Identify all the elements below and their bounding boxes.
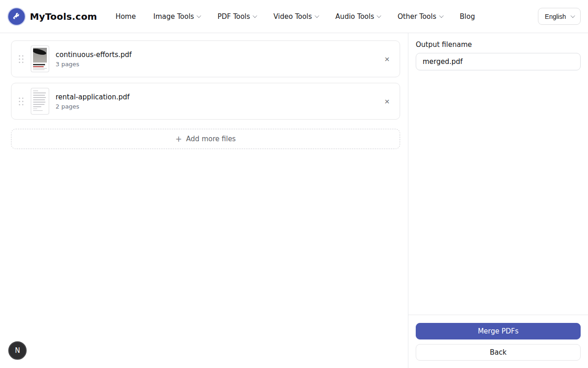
chevron-down-icon	[315, 13, 319, 18]
add-more-files-label: Add more files	[186, 135, 236, 143]
nav-item-other-tools[interactable]: Other Tools	[397, 12, 442, 21]
remove-file-button[interactable]: ×	[383, 53, 391, 65]
user-avatar[interactable]: N	[8, 341, 27, 360]
file-name: rental-application.pdf	[56, 93, 130, 101]
file-row: continuous-efforts.pdf 3 pages ×	[11, 40, 400, 77]
nav-item-audio-tools[interactable]: Audio Tools	[335, 12, 380, 21]
back-button[interactable]: Back	[416, 344, 581, 361]
file-page-count: 3 pages	[56, 61, 132, 68]
brand-name: MyTools.com	[30, 11, 97, 22]
remove-file-button[interactable]: ×	[383, 95, 391, 108]
brand-logo[interactable]: MyTools.com	[7, 7, 97, 26]
file-page-count: 2 pages	[56, 103, 130, 110]
plus-icon: +	[175, 134, 182, 144]
output-filename-input[interactable]	[416, 53, 581, 70]
nav-item-home[interactable]: Home	[115, 12, 136, 21]
nav-item-image-tools[interactable]: Image Tools	[153, 12, 200, 21]
output-filename-label: Output filename	[416, 40, 581, 49]
panel-spacer	[416, 70, 581, 315]
main-nav: Home Image Tools PDF Tools Video Tools A…	[115, 12, 475, 21]
chevron-down-icon	[253, 13, 257, 18]
chevron-down-icon	[197, 13, 201, 18]
chevron-down-icon	[377, 13, 381, 18]
file-list-panel: continuous-efforts.pdf 3 pages × rental-…	[0, 33, 408, 368]
panel-divider	[408, 315, 588, 315]
pdf-thumbnail	[31, 46, 49, 72]
drag-handle-icon[interactable]	[19, 55, 23, 63]
nav-item-video-tools[interactable]: Video Tools	[273, 12, 318, 21]
pdf-thumbnail	[31, 88, 49, 115]
wrench-icon	[7, 7, 26, 26]
header: MyTools.com Home Image Tools PDF Tools V…	[0, 0, 588, 33]
drag-handle-icon[interactable]	[19, 98, 23, 105]
nav-item-blog[interactable]: Blog	[460, 12, 475, 21]
merge-pdfs-button[interactable]: Merge PDFs	[416, 323, 581, 339]
language-label: English	[545, 13, 566, 20]
file-name: continuous-efforts.pdf	[56, 51, 132, 59]
language-selector[interactable]: English	[538, 8, 581, 25]
add-more-files-button[interactable]: + Add more files	[11, 129, 400, 149]
chevron-down-icon	[571, 13, 575, 18]
nav-item-pdf-tools[interactable]: PDF Tools	[217, 12, 256, 21]
options-panel: Output filename Merge PDFs Back	[408, 33, 588, 368]
chevron-down-icon	[439, 13, 444, 18]
main-content: continuous-efforts.pdf 3 pages × rental-…	[0, 33, 588, 368]
file-row: rental-application.pdf 2 pages ×	[11, 83, 400, 120]
